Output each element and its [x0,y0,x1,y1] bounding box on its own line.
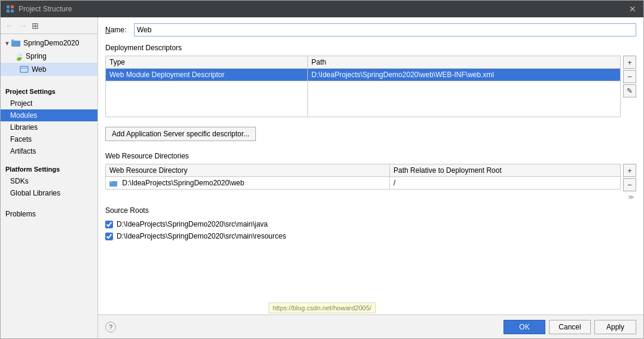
platform-settings-title: Platform Settings [1,161,97,175]
svg-rect-2 [7,10,10,13]
deployment-descriptors-table-area: Type Path Web Module Deployment Descript… [105,56,636,122]
project-settings-title: Project Settings [1,83,97,97]
name-label: Name: [105,26,129,34]
project-structure-dialog: Project Structure ✕ ← → ⊞ ▼ [0,0,644,339]
sidebar-item-global-libraries[interactable]: Global Libraries [1,187,97,199]
wr-dir-header: Web Resource Directory [106,164,390,177]
sidebar-item-project[interactable]: Project [1,97,97,109]
dd-type-header: Type [106,56,308,69]
dd-type-cell: Web Module Deployment Descriptor [106,69,308,81]
apply-button[interactable]: Apply [594,320,636,334]
name-input[interactable] [134,23,636,36]
svg-rect-3 [11,10,14,13]
name-row: Name: [105,23,636,36]
bottom-bar: ? OK Cancel Apply [98,314,643,338]
dialog-title: Project Structure [19,5,627,13]
svg-rect-6 [11,39,14,41]
sidebar-item-libraries[interactable]: Libraries [1,121,97,133]
deployment-descriptors-table-container: Type Path Web Module Deployment Descript… [105,56,621,122]
svg-rect-7 [20,66,28,72]
tree-child-spring-label: Spring [26,52,47,60]
source-roots-list: D:\IdeaProjects\SpringDemo2020\src\main\… [105,218,636,242]
tree-child-web[interactable]: Web [1,63,97,76]
web-resource-table-area: Web Resource Directory Path Relative to … [105,164,636,201]
dd-add-button[interactable]: + [623,56,636,69]
source-root-path-0: D:\IdeaProjects\SpringDemo2020\src\main\… [117,220,268,228]
close-button[interactable]: ✕ [627,4,639,14]
svg-rect-1 [11,5,14,8]
sidebar-item-facets[interactable]: Facets [1,133,97,145]
dd-empty-type [106,81,308,117]
wr-add-button[interactable]: + [623,164,636,177]
wr-dir-icon [109,179,120,187]
wr-path-cell: / [390,177,621,190]
wr-dir-cell: D:\IdeaProjects\SpringDemo2020\web [106,177,390,190]
sidebar-item-artifacts[interactable]: Artifacts [1,145,97,157]
forward-button[interactable]: → [17,21,28,30]
help-button[interactable]: ? [105,322,116,332]
web-icon [20,65,29,74]
table-empty-row [106,81,621,117]
sidebar-item-sdks[interactable]: SDKs [1,175,97,187]
wr-remove-button[interactable]: − [623,178,636,191]
source-root-checkbox-0[interactable] [105,221,113,228]
deployment-descriptors-header: Deployment Descriptors [105,44,636,52]
svg-rect-0 [7,5,10,8]
sidebar-item-modules[interactable]: Modules [1,109,97,121]
web-resource-table: Web Resource Directory Path Relative to … [105,164,621,190]
web-resource-table-container: Web Resource Directory Path Relative to … [105,164,621,194]
dd-path-cell: D:\IdeaProjects\SpringDemo2020\web\WEB-I… [307,69,620,81]
sidebar-nav-bar: ← → ⊞ [1,17,97,34]
source-root-checkbox-1[interactable] [105,233,113,240]
dd-edit-button[interactable]: ✎ [623,84,636,97]
wr-path-header: Path Relative to Deployment Root [390,164,621,177]
wr-more-icon: ≫ [628,194,634,200]
platform-settings-section: Platform Settings SDKs Global Libraries [1,161,97,199]
wr-table-row[interactable]: D:\IdeaProjects\SpringDemo2020\web / [106,177,621,190]
svg-rect-10 [109,181,112,183]
wr-more-area: ≫ [623,193,636,201]
source-root-item-0: D:\IdeaProjects\SpringDemo2020\src\main\… [105,218,636,230]
project-settings-section: Project Settings Project Modules Librari… [1,83,97,157]
main-area: ← → ⊞ ▼ SpringDemo2020 [1,17,643,338]
tree-root-label: SpringDemo2020 [23,39,79,47]
ok-button[interactable]: OK [503,320,545,334]
url-overlay: https://blog.csdn.net/howard2005/ [268,303,376,313]
spring-icon: 🍃 [14,51,23,61]
problems-section: Problems [1,205,97,221]
module-tree: ▼ SpringDemo2020 🍃 Spring [1,34,97,78]
module-folder-icon [11,38,21,48]
web-resource-header: Web Resource Directories [105,152,636,160]
content-inner: Name: Deployment Descriptors Type Path [98,17,643,314]
source-roots-header: Source Roots [105,206,636,215]
tree-root-springdemo[interactable]: ▼ SpringDemo2020 [1,36,97,50]
tree-child-spring[interactable]: 🍃 Spring [1,50,97,63]
copy-button[interactable]: ⊞ [30,21,40,30]
app-icon [5,4,15,14]
content-panel: Name: Deployment Descriptors Type Path [98,17,643,338]
dd-side-buttons: + − ✎ [623,56,636,97]
tree-child-web-label: Web [32,65,46,74]
table-row[interactable]: Web Module Deployment Descriptor D:\Idea… [106,69,621,81]
source-root-path-1: D:\IdeaProjects\SpringDemo2020\src\main\… [117,232,286,240]
source-root-item-1: D:\IdeaProjects\SpringDemo2020\src\main\… [105,230,636,242]
tree-arrow: ▼ [4,40,11,47]
add-descriptor-button[interactable]: Add Application Server specific descript… [105,127,256,141]
dd-path-header: Path [307,56,620,69]
sidebar: ← → ⊞ ▼ SpringDemo2020 [1,17,98,338]
cancel-button[interactable]: Cancel [549,320,591,334]
dd-empty-path [307,81,620,117]
back-button[interactable]: ← [4,21,15,30]
deployment-descriptors-table: Type Path Web Module Deployment Descript… [105,56,621,117]
dd-remove-button[interactable]: − [623,70,636,83]
title-bar: Project Structure ✕ [1,1,643,17]
problems-link[interactable]: Problems [1,205,97,221]
wr-side-buttons: + − ≫ [623,164,636,201]
